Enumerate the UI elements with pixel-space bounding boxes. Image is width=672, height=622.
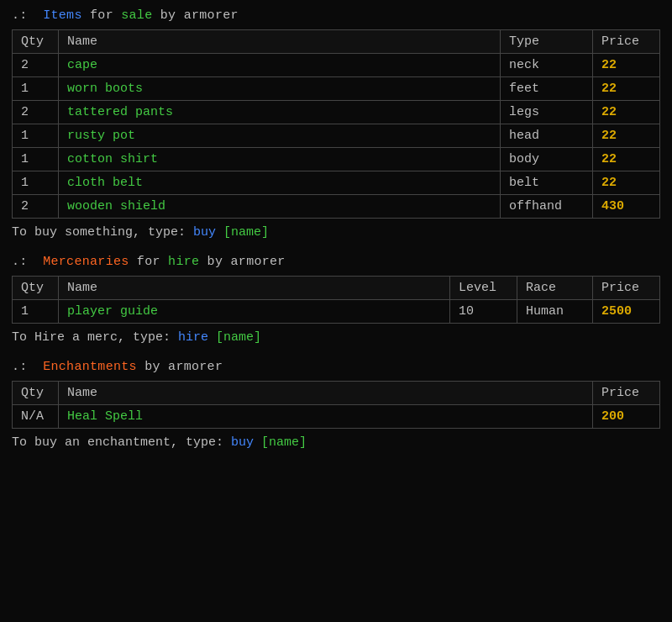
item-qty: 1 [13,124,59,148]
col-header-qty: Qty [13,277,59,300]
item-name: cloth belt [59,171,501,195]
item-name: cotton shirt [59,148,501,171]
col-header-price: Price [593,277,660,300]
item-price: 22 [593,77,660,101]
item-qty: 2 [13,101,59,124]
col-header-price: Price [593,30,660,54]
items-section: .: Items for sale by armorer Qty Name Ty… [12,8,660,240]
merc-name: player guide [59,300,450,324]
item-name: wooden shield [59,195,501,219]
col-header-price: Price [593,382,660,405]
item-type: body [501,148,593,171]
enchantments-prefix: .: [12,360,28,374]
merc-qty: 1 [13,300,59,324]
table-row: 2 tattered pants legs 22 [13,101,660,124]
item-price: 22 [593,101,660,124]
table-row: 1 player guide 10 Human 2500 [13,300,660,324]
item-type: offhand [501,195,593,219]
item-price: 22 [593,148,660,171]
col-header-name: Name [59,277,450,300]
table-row: 1 cotton shirt body 22 [13,148,660,171]
item-type: head [501,124,593,148]
item-qty: 2 [13,54,59,77]
mercs-prefix: .: [12,255,28,269]
item-type: belt [501,171,593,195]
col-header-qty: Qty [13,382,59,405]
items-footer: To buy something, type: buy [name] [12,225,660,240]
item-qty: 2 [13,195,59,219]
item-price: 22 [593,54,660,77]
col-header-level: Level [450,277,517,300]
items-header-row: Qty Name Type Price [13,30,660,54]
item-name: rusty pot [59,124,501,148]
mercs-footer: To Hire a merc, type: hire [name] [12,330,660,345]
items-header: .: Items for sale by armorer [12,8,660,23]
table-row: N/A Heal Spell 200 [13,405,660,429]
item-type: feet [501,77,593,101]
enchantments-table: Qty Name Price N/A Heal Spell 200 [12,381,660,429]
item-price: 22 [593,124,660,148]
mercs-hire: hire [168,255,199,269]
item-qty: 1 [13,77,59,101]
item-name: tattered pants [59,101,501,124]
item-qty: 1 [13,171,59,195]
items-prefix: .: [12,8,28,23]
col-header-qty: Qty [13,30,59,54]
ench-qty: N/A [13,405,59,429]
ench-name: Heal Spell [59,405,593,429]
merc-price: 2500 [593,300,660,324]
item-price: 22 [593,171,660,195]
item-type: legs [501,101,593,124]
mercs-table: Qty Name Level Race Price 1 player guide… [12,276,660,324]
table-row: 1 rusty pot head 22 [13,124,660,148]
table-row: 1 cloth belt belt 22 [13,171,660,195]
col-header-name: Name [59,30,501,54]
item-price: 430 [593,195,660,219]
enchantments-header: .: Enchantments by armorer [12,360,660,374]
items-keyword: Items [43,8,82,23]
enchantments-header-row: Qty Name Price [13,382,660,405]
items-table: Qty Name Type Price 2 cape neck 22 1 wor… [12,29,660,219]
item-qty: 1 [13,148,59,171]
mercs-header: .: Mercenaries for hire by armorer [12,255,660,269]
mercs-header-row: Qty Name Level Race Price [13,277,660,300]
ench-price: 200 [593,405,660,429]
table-row: 1 worn boots feet 22 [13,77,660,101]
item-name: worn boots [59,77,501,101]
enchantments-footer: To buy an enchantment, type: buy [name] [12,435,660,450]
item-type: neck [501,54,593,77]
col-header-type: Type [501,30,593,54]
merc-level: 10 [450,300,517,324]
enchantments-section: .: Enchantments by armorer Qty Name Pric… [12,360,660,450]
table-row: 2 wooden shield offhand 430 [13,195,660,219]
col-header-race: Race [517,277,593,300]
table-row: 2 cape neck 22 [13,54,660,77]
col-header-name: Name [59,382,593,405]
items-sale: sale [121,8,152,23]
merc-race: Human [517,300,593,324]
mercs-keyword: Mercenaries [43,255,129,269]
mercs-section: .: Mercenaries for hire by armorer Qty N… [12,255,660,345]
enchantments-keyword: Enchantments [43,360,137,374]
item-name: cape [59,54,501,77]
